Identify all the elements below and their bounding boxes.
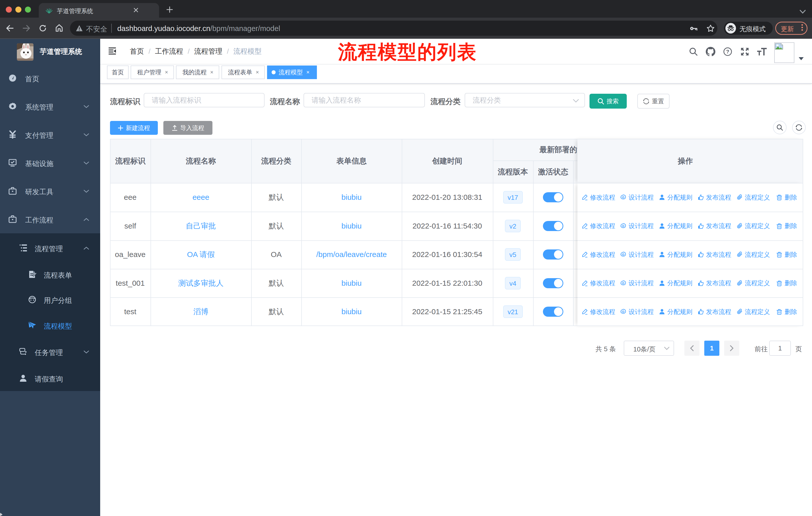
svg-text:?: ?	[726, 49, 729, 54]
